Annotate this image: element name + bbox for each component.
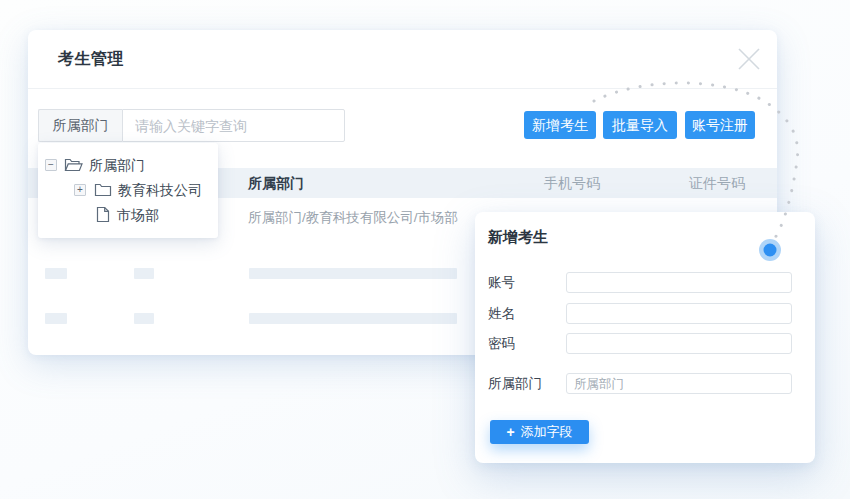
folder-icon: [94, 182, 112, 197]
header-divider: [28, 88, 777, 89]
add-field-button[interactable]: + 添加字段: [490, 420, 589, 444]
tree-node-department-root[interactable]: − 所属部门: [38, 152, 218, 177]
department-input[interactable]: [566, 373, 792, 394]
tree-node-company[interactable]: + 教育科技公司: [38, 177, 218, 202]
keyword-search-input[interactable]: [122, 109, 345, 142]
expand-toggle-icon[interactable]: +: [74, 184, 86, 196]
name-input[interactable]: [566, 303, 792, 324]
file-icon: [96, 206, 110, 223]
field-row-password: 密码: [475, 333, 815, 355]
page: 考生管理 所属部门 新增考生 批量导入 账号注册 所属部门 手机号码 证件号码 …: [0, 0, 850, 499]
skeleton-cell: [134, 313, 154, 324]
plus-icon: +: [506, 425, 514, 439]
column-header-department: 所属部门: [248, 168, 304, 198]
batch-import-button[interactable]: 批量导入: [603, 111, 677, 139]
account-input[interactable]: [566, 272, 792, 293]
page-title: 考生管理: [58, 49, 124, 70]
field-row-account: 账号: [475, 272, 815, 294]
password-input[interactable]: [566, 333, 792, 354]
department-tree-dropdown: − 所属部门 + 教育科技公司 市场部: [38, 143, 218, 238]
skeleton-cell: [45, 313, 67, 324]
skeleton-bar: [249, 313, 457, 324]
department-filter-dropdown[interactable]: 所属部门: [38, 109, 122, 142]
tree-node-label: 教育科技公司: [118, 180, 202, 200]
tree-node-label: 所属部门: [89, 155, 145, 175]
column-header-id-number: 证件号码: [687, 168, 747, 198]
skeleton-bar: [249, 268, 457, 279]
folder-open-icon: [64, 157, 83, 172]
department-label: 所属部门: [488, 374, 542, 394]
account-register-button[interactable]: 账号注册: [685, 111, 755, 139]
password-label: 密码: [488, 334, 515, 354]
tree-node-label: 市场部: [117, 205, 159, 225]
field-row-department: 所属部门: [475, 373, 815, 395]
skeleton-cell: [45, 268, 67, 279]
skeleton-cell: [134, 268, 154, 279]
collapse-toggle-icon[interactable]: −: [45, 159, 57, 171]
close-icon[interactable]: [736, 46, 762, 72]
account-label: 账号: [488, 273, 515, 293]
table-row-department-cell: 所属部门/教育科技有限公司/市场部: [248, 208, 458, 228]
dialog-title: 新增考生: [488, 228, 548, 247]
add-candidate-button[interactable]: 新增考生: [524, 111, 596, 139]
column-header-phone: 手机号码: [542, 168, 602, 198]
field-row-name: 姓名: [475, 303, 815, 325]
add-field-label: 添加字段: [521, 423, 573, 441]
add-candidate-dialog: 新增考生 账号 姓名 密码 所属部门 + 添加字段: [475, 212, 815, 463]
tree-node-marketing[interactable]: 市场部: [38, 202, 218, 227]
name-label: 姓名: [488, 304, 515, 324]
